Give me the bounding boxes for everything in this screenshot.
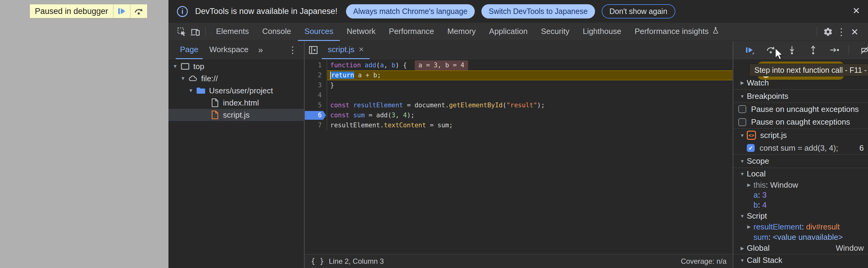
scope-variable[interactable]: sum: <value unavailable>	[734, 232, 868, 242]
inspect-element-icon[interactable]	[175, 23, 188, 41]
gutter-line-number[interactable]: 1	[305, 60, 327, 70]
notification-close-icon[interactable]: ✕	[852, 5, 860, 16]
section-global[interactable]: ▶GlobalWindow	[734, 242, 868, 254]
breakpoint-line-number: 6	[860, 143, 868, 153]
expand-arrow-icon: ▼	[172, 64, 179, 69]
tree-item-index-html[interactable]: index.html	[168, 97, 304, 109]
pretty-print-icon[interactable]: { }	[311, 257, 324, 266]
file-tree: ▼top▼file://▼Users/user/projectindex.htm…	[168, 59, 304, 121]
gutter-line-number[interactable]: 7	[305, 120, 327, 130]
tree-item-script-js[interactable]: script.js	[168, 109, 304, 121]
screenshot-root: Paused in debugger i DevTools is now ava…	[0, 0, 868, 268]
scope-variable[interactable]: ▶resultElement: div#result	[734, 221, 868, 232]
expand-arrow-icon: ▶	[744, 182, 753, 188]
tree-item-label: top	[193, 62, 204, 71]
step-into-tooltip: Step into next function call - F11 - ⌘ ;	[749, 64, 868, 77]
code-line-3[interactable]: 3}	[305, 80, 733, 90]
tree-item-label: index.html	[223, 98, 259, 108]
tab-page[interactable]: Page	[176, 41, 203, 59]
breakpoint-checkbox-icon[interactable]: ✓	[747, 144, 755, 152]
code-line-5[interactable]: 5const resultElement = document.getEleme…	[305, 100, 733, 110]
tab-security[interactable]: Security	[534, 23, 576, 41]
info-icon: i	[177, 6, 188, 17]
section-local[interactable]: ▼Local	[734, 168, 868, 180]
expand-arrow-icon: ▼	[738, 171, 747, 176]
notification-primary-button-1[interactable]: Switch DevTools to Japanese	[482, 4, 595, 19]
tree-item-file-[interactable]: ▼file://	[168, 72, 304, 85]
tab-workspace[interactable]: Workspace	[205, 41, 253, 59]
deactivate-breakpoints-icon[interactable]	[860, 45, 868, 55]
toggle-device-toolbar-icon[interactable]	[188, 23, 202, 41]
kebab-menu-icon[interactable]: ⋮	[835, 23, 848, 41]
file-js-icon	[210, 110, 220, 119]
gutter-line-number[interactable]: 3	[305, 80, 327, 90]
code-line-4[interactable]: 4	[305, 90, 733, 100]
tab-sources[interactable]: Sources	[298, 23, 340, 41]
section-breakpoints[interactable]: ▼Breakpoints	[734, 89, 868, 102]
notification-message: DevTools is now available in Japanese!	[195, 7, 338, 16]
notification-primary-button-0[interactable]: Always match Chrome's language	[346, 4, 475, 19]
scope-variable[interactable]: ▶this: Window	[734, 180, 868, 190]
cursor-position: Line 2, Column 3	[329, 257, 383, 266]
gutter-line-number[interactable]: 4	[305, 90, 327, 100]
tab-memory[interactable]: Memory	[440, 23, 482, 41]
breakpoint-group-script-js[interactable]: ▼<>script.js	[734, 128, 868, 142]
step-into-icon[interactable]	[787, 45, 797, 55]
debugger-toolbar	[734, 41, 868, 59]
editor-tab-bar: script.js ×	[305, 41, 733, 59]
code-line-2[interactable]: 2return a + b;	[305, 70, 733, 80]
settings-gear-icon[interactable]	[822, 23, 835, 41]
dont-show-again-button[interactable]: Don't show again	[602, 4, 675, 19]
tab-performance-insights[interactable]: Performance insights	[628, 23, 726, 41]
code-line-6[interactable]: 6const sum = add(3, 4);	[305, 110, 733, 120]
scope-variable[interactable]: a: 3	[734, 190, 868, 200]
tree-item-label: Users/user/project	[209, 86, 273, 95]
tree-item-users-user-project[interactable]: ▼Users/user/project	[168, 85, 304, 97]
more-tabs-chevron[interactable]: »	[255, 45, 266, 55]
coverage-status: Coverage: n/a	[681, 257, 726, 266]
breakpoint-marker	[305, 111, 326, 120]
file-pane-kebab-icon[interactable]: ⋮	[288, 44, 297, 55]
checkbox-pause-on-uncaught-exceptions[interactable]: Pause on uncaught exceptions	[734, 102, 868, 116]
step-icon[interactable]	[829, 45, 839, 55]
step-out-icon[interactable]	[808, 45, 818, 55]
scope-variable[interactable]: b: 4	[734, 200, 868, 210]
code-editor[interactable]: 1function add(a, b) {a = 3, b = 42return…	[305, 59, 733, 254]
frame-icon	[180, 62, 190, 71]
step-over-icon[interactable]	[130, 4, 147, 18]
checkbox-pause-on-caught-exceptions[interactable]: Pause on caught exceptions	[734, 116, 868, 128]
tree-item-top[interactable]: ▼top	[168, 60, 304, 72]
text-caret	[330, 71, 331, 80]
close-devtools-icon[interactable]: ✕	[848, 23, 861, 41]
experiment-flask-icon	[712, 26, 719, 37]
toolbar-divider	[817, 27, 817, 37]
breakpoint-entry[interactable]: ✓const sum = add(3, 4);6	[734, 142, 868, 154]
gutter-line-number[interactable]: 6	[305, 110, 327, 120]
panel-tabs: ElementsConsoleSourcesNetworkPerformance…	[209, 23, 726, 41]
gutter-line-number[interactable]: 5	[305, 100, 327, 110]
gutter-line-number[interactable]: 2	[305, 70, 327, 80]
tab-lighthouse[interactable]: Lighthouse	[576, 23, 628, 41]
section-scope[interactable]: ▼Scope	[734, 154, 868, 168]
tab-network[interactable]: Network	[340, 23, 382, 41]
devtools-content: Page Workspace » ⋮ ▼top▼file://▼Users/us…	[168, 41, 868, 268]
expand-arrow-icon: ▼	[738, 158, 747, 164]
expand-arrow-icon: ▶	[744, 224, 753, 230]
tab-console[interactable]: Console	[255, 23, 298, 41]
editor-tab-close-icon[interactable]: ×	[359, 44, 364, 54]
section-call-stack[interactable]: ▼Call Stack	[734, 254, 868, 266]
checkbox-icon[interactable]	[738, 105, 746, 113]
tab-elements[interactable]: Elements	[209, 23, 255, 41]
checkbox-icon[interactable]	[738, 118, 746, 126]
code-line-1[interactable]: 1function add(a, b) {a = 3, b = 4	[305, 60, 733, 70]
tab-performance[interactable]: Performance	[382, 23, 441, 41]
toggle-navigator-panel-icon[interactable]	[305, 41, 322, 59]
file-icon	[210, 98, 220, 107]
code-line-7[interactable]: 7resultElement.textContent = sum;	[305, 120, 733, 130]
editor-tab-scriptjs[interactable]: script.js ×	[322, 41, 370, 59]
resume-script-icon[interactable]	[113, 4, 130, 18]
sources-file-pane: Page Workspace » ⋮ ▼top▼file://▼Users/us…	[168, 41, 305, 268]
tab-application[interactable]: Application	[482, 23, 534, 41]
resume-script-icon[interactable]	[744, 45, 755, 55]
section-script[interactable]: ▼Script	[734, 210, 868, 221]
